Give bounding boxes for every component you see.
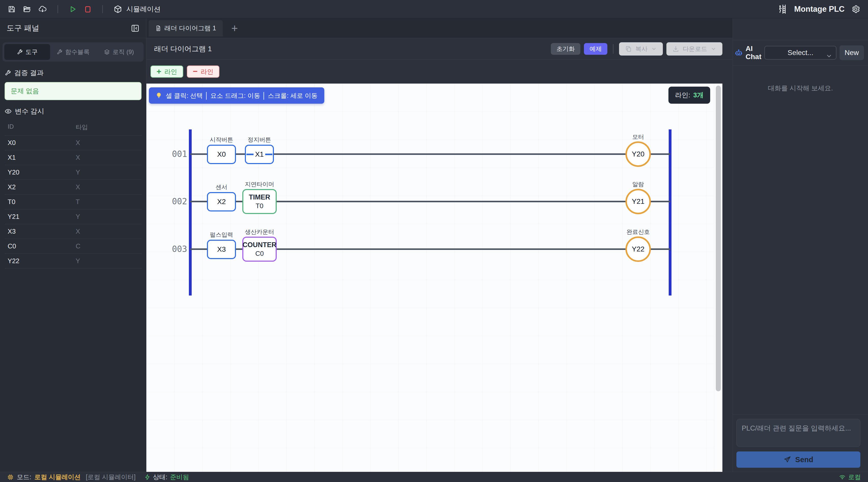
coil-id: Y22 — [632, 245, 645, 253]
element-label: 지연타이머 — [245, 180, 274, 188]
download-button[interactable]: 다운로드 — [666, 42, 722, 56]
element-label: 알람 — [632, 180, 644, 188]
watch-type: X — [75, 139, 80, 147]
watch-col-type: 타입 — [75, 123, 88, 131]
diagram-header: 래더 다이어그램 1 초기화 예제 복사 — [146, 38, 733, 60]
table-row[interactable]: X1X — [5, 150, 142, 165]
settings-button[interactable] — [851, 5, 860, 14]
rung-number: 003 — [171, 244, 187, 254]
state-label: 상태: — [153, 473, 167, 481]
add-line-button[interactable]: + 라인 — [150, 65, 183, 78]
lightning-icon — [144, 474, 150, 480]
table-row[interactable]: Y22Y — [5, 254, 142, 268]
coil-Y21[interactable]: 알람 Y21 — [625, 189, 651, 214]
contact-id: X2 — [216, 198, 227, 206]
copy-icon — [625, 46, 632, 52]
watch-type: C — [75, 242, 81, 250]
watch-id: X1 — [8, 153, 75, 162]
coil-id: Y20 — [632, 150, 645, 158]
header-divider — [613, 44, 614, 54]
chat-title-line1: AI — [746, 45, 753, 53]
coil-Y22[interactable]: 완료신호 Y22 — [625, 236, 651, 262]
chevron-down-icon — [651, 46, 657, 52]
watch-table: ID 타입 X0X X1X Y20Y X2X T0T Y21Y X3X C0C … — [5, 120, 142, 268]
counter-block-C0[interactable]: 생산카운터 COUNTER C0 — [242, 237, 277, 262]
table-row[interactable]: T0T — [5, 194, 142, 209]
canvas-scrollbar[interactable] — [714, 84, 722, 472]
contact-X2[interactable]: 센서 X2 — [207, 192, 236, 211]
stop-icon — [84, 5, 92, 13]
contact-X1-nc[interactable]: 정지버튼 X1 — [245, 145, 274, 164]
hint-text: 셀 클릭: 선택 │ 요소 드래그: 이동 │ 스크롤: 세로 이동 — [166, 91, 318, 100]
topbar-right-cluster: Montage PLC — [776, 4, 860, 15]
folder-open-icon — [23, 5, 31, 13]
contact-id: X3 — [216, 245, 227, 254]
topbar-divider — [102, 5, 103, 13]
copy-button[interactable]: 복사 — [619, 42, 663, 56]
mode-label: 모드: — [17, 473, 31, 481]
tab-function-blocks[interactable]: 함수블록 — [50, 44, 96, 60]
example-button[interactable]: 예제 — [584, 43, 607, 55]
reset-button[interactable]: 초기화 — [551, 43, 580, 55]
validation-status: 문제 없음 — [5, 82, 142, 100]
contact-X0[interactable]: 시작버튼 X0 — [207, 145, 236, 164]
block-id: T0 — [255, 202, 263, 210]
scrollbar-thumb[interactable] — [716, 86, 721, 391]
watch-id: C0 — [8, 242, 75, 250]
tab-tools[interactable]: 도구 — [4, 44, 50, 60]
element-label: 펄스입력 — [210, 231, 233, 239]
coil-Y20[interactable]: 모터 Y20 — [625, 141, 651, 167]
gear-icon — [851, 5, 860, 14]
wifi-icon — [839, 474, 846, 480]
run-button[interactable] — [69, 5, 77, 13]
line-toolbar: + 라인 − 라인 — [146, 60, 733, 84]
rung-number: 001 — [171, 149, 187, 159]
add-tab-button[interactable]: + — [231, 23, 238, 34]
topbar-left-cluster: 시뮬레이션 — [8, 5, 161, 14]
state-value: 준비됨 — [170, 473, 189, 481]
line-count-value: 3개 — [693, 91, 704, 100]
wrench-icon — [57, 49, 63, 55]
simulator-tag: [로컬 시뮬레이터] — [86, 473, 136, 481]
watch-type: X — [75, 183, 80, 191]
chat-input[interactable] — [736, 419, 860, 447]
status-bar: 모드: 로컬 시뮬레이션 [로컬 시뮬레이터] 상태: 준비됨 로컬 — [0, 472, 868, 482]
ladder-canvas[interactable]: 셀 클릭: 선택 │ 요소 드래그: 이동 │ 스크롤: 세로 이동 라인: 3… — [146, 84, 722, 472]
tab-label: 래더 다이어그램 1 — [164, 24, 216, 32]
collapse-panel-button[interactable] — [131, 24, 140, 33]
table-row[interactable]: X0X — [5, 135, 142, 150]
wrench-icon — [17, 49, 23, 55]
conversation-select[interactable]: Select... — [765, 46, 836, 60]
tab-logic[interactable]: 로직 (9) — [96, 44, 142, 60]
send-button[interactable]: Send — [736, 451, 860, 468]
robot-icon — [735, 49, 743, 57]
stop-button[interactable] — [84, 5, 92, 13]
rung-number: 002 — [171, 196, 187, 206]
block-type: TIMER — [249, 193, 270, 202]
contact-id: X1 — [253, 150, 265, 159]
table-row[interactable]: C0C — [5, 239, 142, 254]
import-button[interactable] — [38, 5, 47, 13]
document-tab-bar: 래더 다이어그램 1 + — [146, 18, 733, 38]
watch-id: X0 — [8, 139, 75, 147]
sidebar-tab-group: 도구 함수블록 로직 (9) — [3, 42, 144, 62]
wrench-icon — [5, 69, 11, 76]
open-file-button[interactable] — [23, 5, 31, 13]
tab-ladder-diagram-1[interactable]: 래더 다이어그램 1 — [149, 20, 223, 36]
remove-line-button[interactable]: − 라인 — [187, 65, 220, 78]
contact-X3[interactable]: 펄스입력 X3 — [207, 240, 236, 259]
new-chat-button[interactable]: New — [839, 45, 864, 60]
download-icon — [673, 46, 679, 52]
block-id: C0 — [255, 249, 264, 258]
block-type: COUNTER — [243, 241, 277, 249]
cloud-download-icon — [38, 5, 47, 13]
watch-id: X3 — [8, 227, 75, 235]
table-row[interactable]: Y20Y — [5, 165, 142, 179]
table-row[interactable]: X3X — [5, 224, 142, 239]
timer-block-T0[interactable]: 지연타이머 TIMER T0 — [242, 189, 277, 214]
main-area: 래더 다이어그램 1 + 래더 다이어그램 1 초기화 예제 복사 — [146, 18, 733, 472]
save-button[interactable] — [8, 5, 16, 13]
lightbulb-icon — [156, 92, 162, 99]
table-row[interactable]: X2X — [5, 179, 142, 194]
table-row[interactable]: Y21Y — [5, 209, 142, 224]
